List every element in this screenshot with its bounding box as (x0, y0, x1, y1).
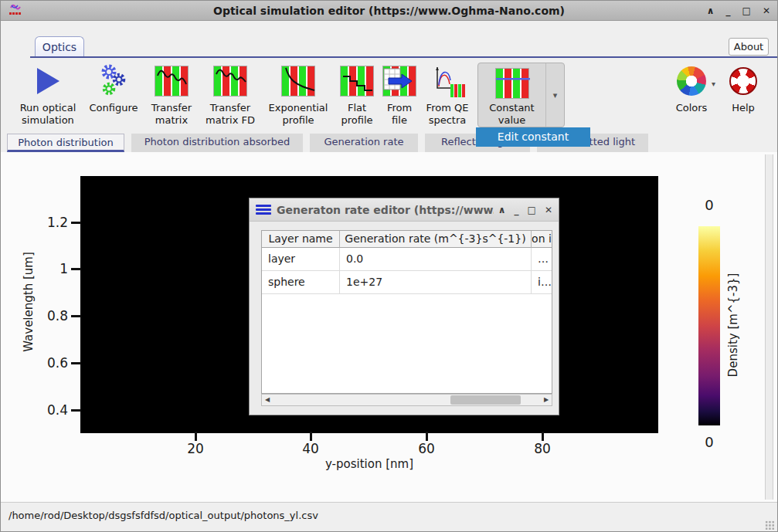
run-optical-simulation-button[interactable]: Run opticalsimulation (12, 63, 83, 127)
colorbar-min-label: 0 (698, 434, 721, 450)
resize-grip[interactable] (765, 520, 775, 530)
tab-generation-rate[interactable]: Generation rate (310, 134, 418, 152)
y-tick-label: 1.2 (36, 215, 68, 230)
toolbar-label: file (387, 114, 412, 127)
from-qe-spectra-button[interactable]: From QEspectra (420, 63, 474, 127)
colorbar (698, 226, 720, 425)
column-header-layer-name: Layer name (262, 231, 340, 248)
toolbar-label: Constant (489, 102, 534, 114)
help-button[interactable]: Help (726, 63, 760, 114)
scrollbar-track[interactable] (273, 395, 541, 405)
flat-profile-icon (340, 63, 374, 100)
x-tick (426, 432, 428, 441)
colors-button[interactable]: ▾ Colors (668, 63, 715, 114)
dialog-close-icon[interactable]: ✕ (545, 198, 552, 222)
plot-scrollbar[interactable] (765, 154, 773, 500)
y-axis-label: Wavelength [um] (22, 240, 37, 364)
y-tick (71, 268, 81, 270)
x-tick-label: 40 (294, 441, 328, 456)
minimize-icon[interactable]: _ (726, 1, 731, 21)
exponential-profile-icon (281, 63, 315, 100)
constant-value-button-group: Constantvalue ▾ (477, 63, 565, 127)
toolbar-label: Transfer (151, 102, 192, 114)
toolbar-label: value (489, 114, 534, 127)
statusbar-path: /home/rod/Desktop/dsgsfsfdfsd/optical_ou… (8, 510, 318, 521)
gears-icon (96, 63, 131, 100)
y-tick (71, 315, 81, 317)
toolbar-label: Help (732, 102, 755, 114)
cell-layer-name[interactable]: sphere (262, 271, 340, 294)
application-window: Optical simulation editor (https://www.O… (0, 0, 778, 532)
window-titlebar: Optical simulation editor (https://www.O… (1, 1, 777, 21)
exponential-profile-button[interactable]: Exponentialprofile (263, 63, 333, 127)
statusbar: /home/rod/Desktop/dsgsfsfdfsd/optical_ou… (1, 502, 777, 532)
column-header-generation-rate: Generation rate (m^{-3}s^{-1}) (340, 231, 532, 248)
from-qe-spectra-icon (429, 63, 466, 100)
toolbar-label: Colors (676, 102, 708, 114)
transfer-matrix-button[interactable]: Transfermatrix (144, 63, 199, 127)
column-header-on: on i (532, 231, 552, 248)
lifebuoy-icon (729, 63, 757, 100)
x-tick (195, 432, 197, 441)
tab-photon-distribution-absorbed[interactable]: Photon distribution absorbed (131, 134, 303, 152)
table-horizontal-scrollbar[interactable]: ◀ ▶ (261, 394, 552, 406)
toolbar-label: From QE (426, 102, 469, 114)
y-tick (71, 222, 81, 224)
toolbar-label: matrix (151, 114, 192, 127)
dialog-titlebar[interactable]: Generaton rate editor (https://www.Oghm … (250, 198, 559, 222)
chevron-down-icon[interactable]: ▾ (712, 80, 715, 88)
cell-layer-name[interactable]: layer (262, 248, 340, 271)
toolbar-label: From (387, 102, 412, 114)
ribbon-divider (30, 56, 777, 58)
y-tick-label: 1 (36, 261, 68, 276)
transfer-matrix-fd-icon (213, 63, 247, 100)
toolbar-label: Transfer (206, 102, 255, 114)
shade-icon[interactable]: ∧ (707, 1, 715, 21)
x-tick-label: 80 (525, 441, 559, 456)
scrollbar-thumb[interactable] (450, 395, 521, 405)
chevron-down-icon: ▾ (553, 90, 558, 100)
constant-value-button[interactable]: Constantvalue (478, 63, 545, 127)
dialog-maximize-icon[interactable]: □ (528, 198, 536, 222)
transfer-matrix-fd-button[interactable]: Transfermatrix FD (199, 63, 261, 127)
toolbar-label: matrix FD (206, 114, 255, 127)
tab-optics[interactable]: Optics (35, 36, 84, 57)
toolbar: Run opticalsimulation Configure Transfer… (1, 59, 777, 134)
table-row: layer 0.0 … (262, 248, 552, 271)
y-tick-label: 0.4 (36, 402, 68, 418)
cell-generation-rate[interactable]: 0.0 (340, 248, 532, 271)
toolbar-label: profile (269, 114, 328, 127)
scroll-right-icon[interactable]: ▶ (541, 395, 552, 405)
about-button[interactable]: About (729, 38, 769, 56)
colorbar-axis-label: Density [m^{-3}] (726, 263, 742, 387)
dialog-minimize-icon[interactable]: _ (515, 198, 519, 222)
tab-photon-distribution[interactable]: Photon distribution (7, 134, 124, 152)
app-logo-icon (8, 2, 22, 19)
y-tick (71, 362, 81, 364)
x-tick (310, 432, 312, 441)
flat-profile-button[interactable]: Flatprofile (334, 63, 380, 127)
colorbar-max-label: 0 (698, 197, 721, 213)
window-title: Optical simulation editor (https://www.O… (1, 5, 777, 17)
cell-on[interactable]: … (532, 248, 552, 271)
dialog-title: Generaton rate editor (https://www.Oghm (277, 204, 494, 216)
cell-generation-rate[interactable]: 1e+27 (340, 271, 532, 294)
toolbar-label: simulation (20, 114, 76, 127)
maximize-icon[interactable]: □ (742, 1, 751, 21)
play-icon (37, 63, 59, 100)
dialog-shade-icon[interactable]: ∧ (498, 198, 506, 222)
from-file-button[interactable]: Fromfile (380, 63, 419, 127)
constant-value-dropdown-button[interactable]: ▾ (545, 63, 564, 127)
x-tick (542, 432, 544, 441)
transfer-matrix-icon (155, 63, 189, 100)
x-axis-label: y-position [nm] (292, 457, 447, 471)
y-tick-label: 0.6 (36, 355, 68, 371)
cell-on[interactable]: i… (532, 271, 552, 294)
toolbar-label: Flat (341, 102, 372, 114)
close-icon[interactable]: ✕ (763, 1, 770, 21)
scroll-left-icon[interactable]: ◀ (262, 395, 273, 405)
layers-table: Layer name Generation rate (m^{-3}s^{-1}… (261, 230, 552, 394)
menu-icon (256, 203, 271, 216)
configure-button[interactable]: Configure (83, 63, 144, 114)
menu-item-edit-constant[interactable]: Edit constant (476, 127, 590, 147)
